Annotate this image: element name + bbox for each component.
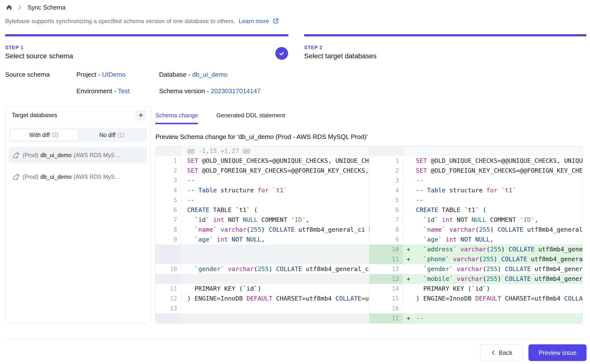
tab-generated-ddl[interactable]: Generated DDL statement — [216, 112, 285, 124]
home-icon[interactable] — [5, 3, 13, 12]
code-line: ) ENGINE=InnoDB DEFAULT CHARSET=utf8mb4 … — [181, 294, 369, 303]
diff-code-row: 11 PRIMARY KEY (`id`) — [156, 284, 369, 294]
schema-diff-viewer[interactable]: @@ -1,15 +1,27 @@1SET @OLD_UNIQUE_CHECKS… — [155, 146, 583, 323]
code-token: int — [445, 236, 457, 243]
learn-more-link[interactable]: Learn more — [239, 18, 269, 24]
code-line — [181, 313, 369, 323]
code-token: int — [442, 216, 453, 223]
code-token: -- — [416, 177, 423, 184]
added-line-marker: + — [403, 244, 416, 254]
code-line: CREATE TABLE `t1` ( — [181, 205, 369, 215]
source-environment: Environment - Test — [76, 87, 130, 95]
chevron-right-icon — [18, 5, 22, 11]
diff-code-row: 4-- Table structure for `t1` — [156, 185, 369, 195]
code-token: ( — [254, 265, 258, 273]
line-number: 17 — [370, 313, 403, 323]
preview-tabs: Schema change Generated DDL statement — [155, 112, 285, 124]
external-link-icon[interactable] — [273, 19, 279, 25]
target-databases-title: Target databases — [12, 112, 57, 119]
code-line: -- Table structure for `t1` — [403, 185, 583, 195]
code-token: varchar — [228, 265, 254, 273]
back-button[interactable]: Back — [480, 344, 523, 361]
code-token: `gender` — [423, 265, 453, 273]
tab-with-diff[interactable]: With diff (2) — [10, 129, 78, 141]
code-token: DEFAULT — [246, 295, 272, 302]
diff-gap-row — [156, 313, 369, 323]
code-token: utf8mb4_general_ci DEFAULT NULL, — [531, 275, 583, 282]
add-target-database-button[interactable]: + — [135, 110, 146, 121]
diff-code-row: 8 `name` varchar(255) COLLATE utf8mb4_ge… — [370, 225, 583, 235]
line-number: 8 — [370, 225, 403, 235]
code-token: 255 — [258, 265, 269, 273]
code-token — [187, 216, 195, 223]
project-link[interactable]: UIDemo — [102, 71, 125, 78]
code-token: NULL — [472, 216, 486, 223]
tab-no-diff[interactable]: No diff (1) — [78, 129, 146, 141]
added-line-marker — [403, 215, 416, 225]
db-environment: (Prod) — [23, 174, 38, 180]
target-db-list-item[interactable]: (Prod) db_ui_demo (AWS RDS MyS… — [9, 169, 147, 185]
diff-code-row: 11+ `phone` varchar(255) COLLATE utf8mb4… — [370, 254, 583, 264]
code-line: + `phone` varchar(255) COLLATE utf8mb4_g… — [403, 254, 583, 264]
line-number: 12 — [156, 294, 181, 303]
diff-gap-row — [156, 274, 369, 284]
code-token — [453, 265, 457, 273]
sync-schema-page: Sync Schema Bytebase supports synchroniz… — [0, 0, 590, 364]
code-token: @OLD_UNIQUE_CHECKS=@@UNIQUE_CHECKS, UNIQ… — [198, 157, 369, 164]
code-token: ) — [490, 226, 497, 233]
source-schema-version: Schema version - 20230317014147 — [159, 87, 261, 95]
back-button-label: Back — [499, 349, 512, 356]
code-line: PRIMARY KEY (`id`) — [181, 284, 369, 294]
environment-link[interactable]: Test — [118, 87, 130, 95]
diff-code-row: 1 SET @OLD_UNIQUE_CHECKS=@@UNIQUE_CHECKS… — [370, 156, 583, 166]
line-number: 11 — [156, 284, 181, 294]
code-token — [438, 216, 442, 223]
target-db-list-item[interactable]: (Prod) db_ui_demo (AWS RDS MyS… — [9, 147, 147, 163]
diff-code-row: 6CREATE TABLE `t1` ( — [156, 205, 369, 215]
added-line-marker — [403, 303, 416, 313]
code-token: Table — [427, 187, 445, 194]
code-token: 'ID' — [520, 216, 535, 223]
preview-issue-button[interactable]: Preview issue — [528, 344, 587, 361]
line-number — [156, 254, 181, 264]
tab-schema-change[interactable]: Schema change — [155, 112, 198, 124]
diff-code-row: 12) ENGINE=InnoDB DEFAULT CHARSET=utf8mb… — [156, 294, 369, 303]
environment-label: Environment - — [76, 87, 118, 95]
breadcrumb — [5, 3, 13, 12]
code-token: TABLE `t1` ( — [438, 206, 486, 213]
code-token: structure — [217, 187, 258, 194]
code-token: CREATE — [416, 206, 438, 213]
code-token: @OLD_FOREIGN_KEY_CHECKS=@@FOREIGN_KEY_CH… — [427, 167, 583, 174]
code-line — [181, 254, 369, 264]
diff-code-row: 7 `id` int NOT NULL COMMENT 'ID', — [156, 215, 369, 225]
line-number: 10 — [156, 264, 181, 274]
code-token: COLLATE — [497, 226, 523, 233]
added-line-marker — [403, 195, 416, 205]
line-number: 8 — [156, 225, 181, 235]
added-line-marker — [403, 294, 416, 303]
database-label: Database - — [159, 71, 192, 78]
schema-version-link[interactable]: 20230317014147 — [211, 87, 261, 95]
code-token: -- — [416, 315, 423, 322]
code-token — [416, 265, 423, 273]
chevron-left-icon — [491, 350, 496, 355]
diff-code-row: 13 — [156, 303, 369, 313]
code-token: PRIMARY KEY (`id`) — [187, 285, 261, 292]
added-line-marker: + — [403, 254, 416, 264]
diff-code-row: 2 SET @OLD_FOREIGN_KEY_CHECKS=@@FOREIGN_… — [370, 166, 583, 176]
code-token: varchar — [457, 265, 483, 273]
line-number: 12 — [370, 264, 403, 274]
code-line: SET @OLD_FOREIGN_KEY_CHECKS=@@FOREIGN_KE… — [181, 166, 369, 176]
code-token: ( — [483, 275, 486, 282]
with-diff-label: With diff — [29, 132, 50, 138]
code-token — [224, 265, 228, 273]
line-number: 6 — [156, 205, 181, 215]
added-line-marker — [403, 185, 416, 195]
code-token: utf8mb4_general_ci NOT NULL, — [295, 226, 369, 233]
code-token — [449, 256, 453, 263]
code-token: NOT — [453, 216, 472, 223]
intro-description: Bytebase supports synchronizing a specif… — [5, 18, 235, 24]
database-link[interactable]: db_ui_demo — [192, 71, 227, 78]
code-token: `address` — [423, 246, 457, 253]
code-token: COLLATE — [276, 265, 302, 273]
